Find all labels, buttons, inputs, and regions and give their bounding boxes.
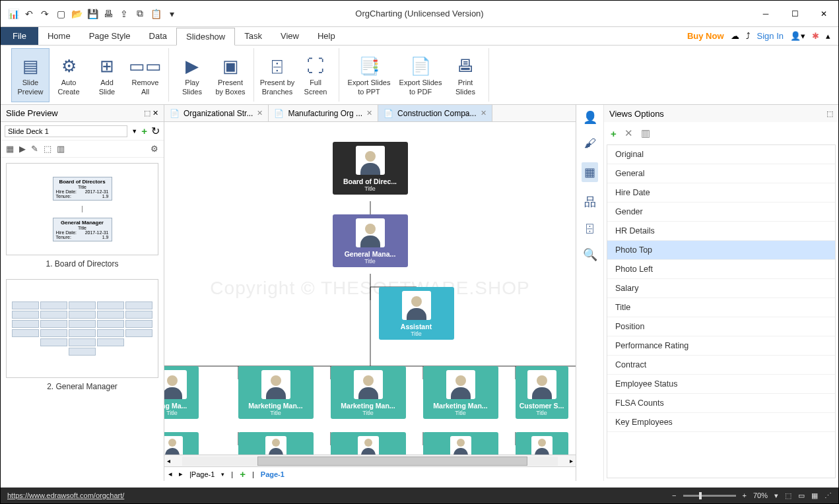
ribbon-export-pdf[interactable]: 📄 Export Slidesto PDF [395,48,446,102]
user-icon[interactable]: 👤▾ [790,31,805,41]
close-tab-icon[interactable]: ✕ [366,109,372,117]
node-sub-3[interactable] [423,432,498,455]
resize-grip-icon[interactable]: ⋰ [824,491,832,500]
node-row-3[interactable]: Marketing Man... Title [423,366,498,419]
strip-tree-icon[interactable]: ⌹ [586,222,593,236]
tool-layout-icon[interactable]: ⬚ [44,144,51,154]
page-nav-left-icon[interactable]: ◂ [168,470,172,478]
view-option-contract[interactable]: Contract [607,356,835,375]
view-option-performance-rating[interactable]: Performance Rating [607,336,835,356]
zoom-out-button[interactable]: − [672,491,676,499]
ribbon-print-slides[interactable]: 🖶 PrintSlides [446,48,485,102]
view-option-flsa-counts[interactable]: FLSA Counts [607,394,835,413]
zoom-slider[interactable] [683,495,736,497]
minimize-button[interactable]: ─ [751,1,780,27]
app-icon[interactable]: 📊 [6,7,20,21]
view-option-photo-top[interactable]: Photo Top [607,241,835,260]
menu-data[interactable]: Data [140,27,176,45]
add-deck-button[interactable]: + [141,125,147,137]
deck-dropdown-icon[interactable]: ▼ [131,128,137,135]
view-option-employee-status[interactable]: Employee Status [607,375,835,394]
grid-toggle-icon[interactable]: ▦ [811,491,818,500]
node-sub-4[interactable] [516,432,568,455]
menu-task[interactable]: Task [235,27,271,45]
delete-view-icon[interactable]: ✕ [624,127,633,139]
ribbon-remove-all[interactable]: ▭▭ RemoveAll [126,48,164,102]
scroll-right-icon[interactable]: ▸ [567,457,576,464]
print-icon[interactable]: 🖶 [101,7,116,21]
menu-file[interactable]: File [1,27,38,45]
tool-preview-icon[interactable]: ▦ [6,144,14,154]
add-page-button[interactable]: + [240,468,246,480]
strip-grid-icon[interactable]: ▦ [582,162,598,182]
deck-select[interactable]: Slide Deck 1 [5,125,127,137]
menu-view[interactable]: View [271,27,308,45]
pin-icon[interactable]: ⬚ ✕ [144,109,158,117]
node-board[interactable]: Board of Direc... Title [333,142,408,195]
menu-help[interactable]: Help [308,27,345,45]
strip-card-icon[interactable]: 👤 [583,110,597,125]
node-row-2[interactable]: Marketing Man... Title [331,366,406,419]
ribbon-present-branches[interactable]: ⌹ Present byBranches [258,48,296,102]
export-icon[interactable]: ⇪ [117,7,131,21]
thumbnail-1[interactable]: Board of Directors Title Hire Date:2017-… [6,163,158,268]
page-dropdown[interactable]: |Page-1 [189,470,215,478]
view-option-hire-date[interactable]: Hire Date [607,183,835,203]
tool-grid-icon[interactable]: ▥ [57,144,65,154]
fit-width-icon[interactable]: ▭ [798,491,805,500]
view-option-hr-details[interactable]: HR Details [607,222,835,241]
strip-search-icon[interactable]: 🔍 [583,247,597,262]
refresh-deck-icon[interactable]: ↻ [151,125,160,137]
node-sub-0[interactable] [164,432,199,455]
canvas[interactable]: Copyright © THESOFTWARE.SHOP Board of Di… [164,122,576,455]
node-assistant[interactable]: Assistant Title [379,287,454,340]
open-icon[interactable]: 📂 [69,7,84,21]
ribbon-slide-preview[interactable]: ▤ SlidePreview [11,48,50,102]
columns-icon[interactable]: ▥ [641,127,650,139]
apps-icon[interactable]: ✱ [812,31,819,41]
view-option-original[interactable]: Original [607,145,835,164]
scroll-left-icon[interactable]: ◂ [164,457,173,464]
tab-manufacturing[interactable]: 📄 Manufacturing Org ... ✕ [269,105,378,121]
cloud-icon[interactable]: ☁ [731,31,739,41]
view-option-general[interactable]: General [607,164,835,183]
strip-brush-icon[interactable]: 🖌 [584,137,596,150]
ribbon-export-ppt[interactable]: 📑 Export Slidesto PPT [343,48,395,102]
tool-play-icon[interactable]: ▶ [19,144,26,154]
tab-organizational[interactable]: 📄 Organizational Str... ✕ [164,105,269,121]
thumbnail-2[interactable]: 2. General Manager [6,279,158,391]
menu-slideshow[interactable]: Slideshow [176,28,235,46]
view-option-gender[interactable]: Gender [607,203,835,222]
zoom-in-button[interactable]: + [743,491,747,499]
ribbon-play-slides[interactable]: ▶ PlaySlides [173,48,211,102]
sign-in-link[interactable]: Sign In [757,31,784,41]
horizontal-scrollbar[interactable]: ◂ ▸ [164,455,576,466]
view-option-title[interactable]: Title [607,298,835,317]
ribbon-full-screen[interactable]: ⛶ FullScreen [296,48,335,102]
node-sub-2[interactable] [331,432,406,455]
menu-page-style[interactable]: Page Style [80,27,140,45]
close-tab-icon[interactable]: ✕ [481,109,487,117]
maximize-button[interactable]: ☐ [780,1,809,27]
strip-org-icon[interactable]: 品 [584,194,596,210]
zoom-dropdown-icon[interactable]: ▾ [774,491,778,500]
page-nav-right-icon[interactable]: ▸ [179,470,183,478]
view-option-salary[interactable]: Salary [607,279,835,298]
page-dropdown-icon[interactable]: ▾ [221,471,224,478]
node-row-4[interactable]: Customer S... Title [516,366,568,419]
view-option-photo-left[interactable]: Photo Left [607,260,835,279]
node-row-1[interactable]: Marketing Man... Title [238,366,314,419]
pin-icon[interactable]: ⬚ [826,110,833,118]
share-icon[interactable]: ⤴ [746,31,751,41]
close-button[interactable]: ✕ [809,1,838,27]
buy-now-link[interactable]: Buy Now [687,31,724,41]
paste-icon[interactable]: 📋 [149,7,163,21]
copy-icon[interactable]: ⧉ [133,7,147,21]
ribbon-auto-create[interactable]: ⚙ AutoCreate [50,48,88,102]
status-url[interactable]: https://www.edrawsoft.com/orgchart/ [7,491,124,499]
ribbon-present-boxes[interactable]: ▣ Presentby Boxes [211,48,250,102]
tool-settings-icon[interactable]: ⚙ [151,144,158,154]
node-general-manager[interactable]: General Mana... Title [333,214,408,267]
view-option-position[interactable]: Position [607,317,835,336]
view-option-key-employees[interactable]: Key Employees [607,413,835,432]
